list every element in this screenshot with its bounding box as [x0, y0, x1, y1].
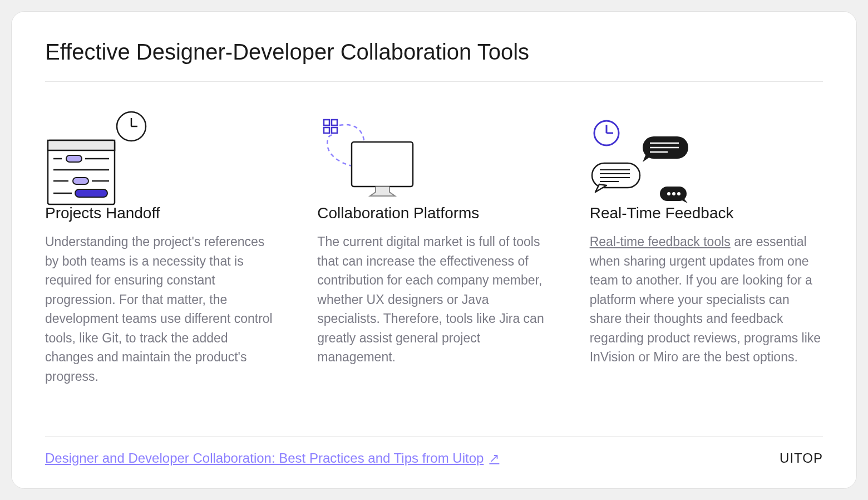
- info-card: Effective Designer-Developer Collaborati…: [11, 11, 857, 489]
- svg-rect-6: [66, 155, 82, 162]
- icon-area: [590, 104, 823, 204]
- gantt-clock-icon: [45, 110, 151, 210]
- column-realtime-feedback: Real-Time Feedback Real-time feedback to…: [590, 104, 823, 386]
- external-link-icon: ↗: [489, 451, 499, 465]
- column-text: Understanding the project's references b…: [45, 232, 278, 386]
- icon-area: [45, 104, 278, 204]
- svg-point-32: [667, 192, 670, 195]
- svg-rect-14: [324, 120, 329, 125]
- svg-rect-16: [324, 128, 329, 133]
- column-projects-handoff: Projects Handoff Understanding the proje…: [45, 104, 278, 386]
- svg-point-34: [677, 192, 680, 195]
- column-title: Projects Handoff: [45, 204, 278, 222]
- column-text-after: are essential when sharing urgent update…: [590, 234, 821, 364]
- footer-link[interactable]: Designer and Developer Collaboration: Be…: [45, 450, 499, 466]
- svg-rect-17: [332, 128, 337, 133]
- footer-link-text: Designer and Developer Collaboration: Be…: [45, 450, 484, 466]
- columns-container: Projects Handoff Understanding the proje…: [45, 104, 823, 386]
- card-title: Effective Designer-Developer Collaborati…: [45, 40, 823, 65]
- column-text: Real-time feedback tools are essential w…: [590, 232, 823, 367]
- column-text: The current digital market is full of to…: [317, 232, 550, 367]
- footer: Designer and Developer Collaboration: Be…: [45, 436, 823, 466]
- brand-label: UITOP: [780, 450, 823, 466]
- svg-point-33: [672, 192, 675, 195]
- column-title: Real-Time Feedback: [590, 204, 823, 222]
- svg-rect-10: [73, 178, 88, 184]
- column-title: Collaboration Platforms: [317, 204, 550, 222]
- column-collaboration-platforms: Collaboration Platforms The current digi…: [317, 104, 550, 386]
- svg-rect-15: [332, 120, 337, 125]
- divider: [45, 81, 823, 82]
- svg-rect-13: [75, 189, 107, 197]
- icon-area: [317, 104, 550, 204]
- svg-rect-4: [48, 140, 115, 150]
- footer-divider: [45, 436, 823, 437]
- chat-clock-icon: [590, 110, 701, 210]
- footer-row: Designer and Developer Collaboration: Be…: [45, 450, 823, 466]
- svg-rect-18: [352, 142, 413, 187]
- inline-link[interactable]: Real-time feedback tools: [590, 234, 731, 249]
- computer-grid-icon: [317, 110, 423, 210]
